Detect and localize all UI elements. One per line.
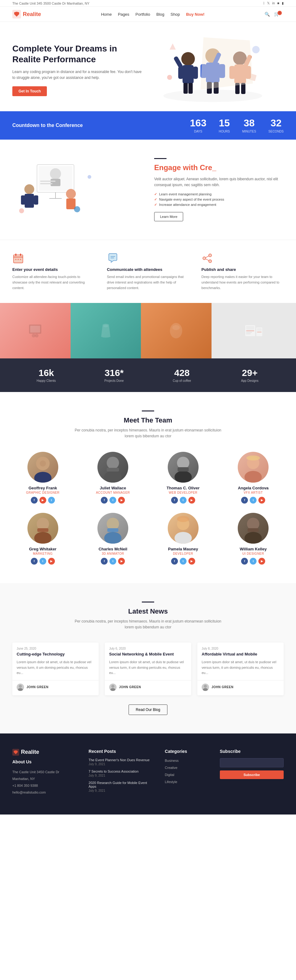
facebook-geoffrey[interactable]: f xyxy=(31,497,38,504)
svg-point-84 xyxy=(245,471,262,483)
twitter-geoffrey[interactable]: t xyxy=(48,497,55,504)
hero-cta-button[interactable]: Get In Touch xyxy=(12,86,47,96)
facebook-william[interactable]: f xyxy=(241,558,248,565)
avatar-pamela xyxy=(168,513,199,544)
youtube-angela[interactable]: ▶ xyxy=(258,497,265,504)
subscribe-input[interactable] xyxy=(220,758,284,767)
member-role-greg: MARKETING xyxy=(12,552,73,555)
nav-blog[interactable]: Blog xyxy=(156,12,164,17)
nav-actions: 🔍 🛒0 xyxy=(264,11,284,17)
footer: Realite About Us The Castle Unit 3450 Ca… xyxy=(0,733,296,815)
facebook-icon[interactable]:  xyxy=(263,1,264,5)
navbar: Realite Home Pages Portfolio Blog Shop B… xyxy=(0,7,296,22)
member-name-charles: Charles McNeil xyxy=(83,547,144,551)
youtube-pamela[interactable]: ▶ xyxy=(188,558,195,565)
countdown-seconds: 32 Seconds xyxy=(269,118,284,134)
cart-icon[interactable]: 🛒0 xyxy=(274,11,284,17)
member-name-juliet: Juliet Wallace xyxy=(83,486,144,490)
social-william: f t ▶ xyxy=(223,558,284,565)
footer-subscribe-title: Subscribe xyxy=(220,749,284,754)
stat-coffee: 428 Cup of coffee xyxy=(148,368,216,383)
svg-point-98 xyxy=(19,685,22,688)
category-business[interactable]: Business xyxy=(165,759,179,762)
svg-rect-39 xyxy=(66,199,76,209)
category-digital[interactable]: Digital xyxy=(165,773,175,776)
svg-point-87 xyxy=(34,532,51,544)
gallery-item-1 xyxy=(0,303,71,358)
engage-text: Engage with Cre_ Velit auctor aliquet. A… xyxy=(154,158,284,221)
nav-shop[interactable]: Shop xyxy=(170,12,180,17)
footer-grid: Realite About Us The Castle Unit 3450 Ca… xyxy=(12,749,284,796)
category-creative[interactable]: Creative xyxy=(165,766,178,770)
twitter-pamela[interactable]: t xyxy=(180,558,186,565)
features-section: Enter your event details Customize all a… xyxy=(0,240,296,303)
gallery-item-3 xyxy=(141,303,212,358)
svg-point-44 xyxy=(88,175,91,179)
youtube-juliet[interactable]: ▶ xyxy=(118,497,125,504)
footer-phone: +1 804 350 9388 xyxy=(12,782,76,789)
facebook-angela[interactable]: f xyxy=(241,497,248,504)
linkedin-icon[interactable]: in xyxy=(272,1,275,5)
read-blog-button[interactable]: Read Our Blog xyxy=(129,705,167,715)
youtube-geoffrey[interactable]: ▶ xyxy=(40,497,46,504)
footer-contact: The Castle Unit 3450 Castle Dr Manhattan… xyxy=(12,768,76,796)
nav-pages[interactable]: Pages xyxy=(118,12,129,17)
facebook-charles[interactable]: f xyxy=(101,558,108,565)
author-name-2: JOHN GREEN xyxy=(119,686,141,689)
facebook-thomas[interactable]: f xyxy=(171,497,178,504)
member-name-thomas: Thomas C. Oliver xyxy=(153,486,214,490)
youtube-charles[interactable]: ▶ xyxy=(118,558,125,565)
svg-rect-51 xyxy=(20,259,21,260)
nav-buynow[interactable]: Buy Now! xyxy=(186,12,204,17)
svg-point-43 xyxy=(19,208,24,213)
member-role-angela: VFX ARTIST xyxy=(223,491,284,494)
twitter-thomas[interactable]: t xyxy=(180,497,186,504)
facebook-greg[interactable]: f xyxy=(31,558,38,565)
nav-home[interactable]: Home xyxy=(101,12,112,17)
engage-cta-button[interactable]: Learn More xyxy=(154,212,183,221)
twitter-charles[interactable]: t xyxy=(110,558,116,565)
svg-point-75 xyxy=(34,472,51,483)
youtube-thomas[interactable]: ▶ xyxy=(188,497,195,504)
twitter-angela[interactable]: t xyxy=(250,497,256,504)
footer-post-2: 7 Secrets to Success Association July 9,… xyxy=(89,770,152,777)
youtube-greg[interactable]: ▶ xyxy=(48,558,55,565)
twitter-greg[interactable]: t xyxy=(40,558,46,565)
logo[interactable]: Realite xyxy=(12,10,41,19)
news-title-3[interactable]: Affordable Virtual and Mobile xyxy=(197,651,284,660)
engage-description: Velit auctor aliquet. Aenean sollicitudi… xyxy=(154,176,284,188)
feature-item-1: Enter your event details Customize all a… xyxy=(12,252,95,291)
engage-image xyxy=(12,158,142,221)
youtube-william[interactable]: ▶ xyxy=(258,558,265,565)
pinterest-icon[interactable]: ▮ xyxy=(282,1,284,5)
top-bar: The Castle Unit 345 3500 Castle Dr Manha… xyxy=(0,0,296,7)
svg-point-76 xyxy=(40,460,46,466)
engage-illustration xyxy=(12,158,99,220)
subscribe-button[interactable]: Subscribe xyxy=(220,770,284,779)
news-title: Latest News xyxy=(12,608,284,616)
search-icon[interactable]: 🔍 xyxy=(264,12,270,17)
member-name-pamela: Pamela Mauney xyxy=(153,547,214,551)
news-title-2[interactable]: Social Networking & Mobile Event xyxy=(105,651,191,660)
twitter-juliet[interactable]: t xyxy=(110,497,116,504)
instagram-icon[interactable]: ■ xyxy=(277,1,279,5)
member-role-geoffrey: GRAPHIC DESIGNER xyxy=(12,491,73,494)
twitter-william[interactable]: t xyxy=(250,558,256,565)
countdown-bar: Countdown to the Conference 163 Days 15 … xyxy=(0,111,296,140)
news-title-1[interactable]: Cutting-edge Technology xyxy=(12,651,99,660)
team-member-charles: Charles McNeil 3D ANIMATOR f t ▶ xyxy=(83,513,144,565)
news-grid: June 25, 2020 Cutting-edge Technology Lo… xyxy=(12,643,284,695)
footer-logo: Realite xyxy=(12,749,76,756)
gallery-item-2 xyxy=(71,303,141,358)
category-lifestyle[interactable]: Lifestyle xyxy=(165,780,177,784)
facebook-juliet[interactable]: f xyxy=(101,497,108,504)
svg-point-62 xyxy=(35,334,38,337)
member-name-greg: Greg Whitaker xyxy=(12,547,73,551)
svg-rect-91 xyxy=(107,528,118,532)
svg-point-2 xyxy=(181,52,195,66)
author-name-1: JOHN GREEN xyxy=(27,686,48,689)
facebook-pamela[interactable]: f xyxy=(171,558,178,565)
svg-point-38 xyxy=(66,189,76,199)
twitter-icon[interactable]: 𝕏 xyxy=(267,1,270,5)
nav-portfolio[interactable]: Portfolio xyxy=(135,12,150,17)
